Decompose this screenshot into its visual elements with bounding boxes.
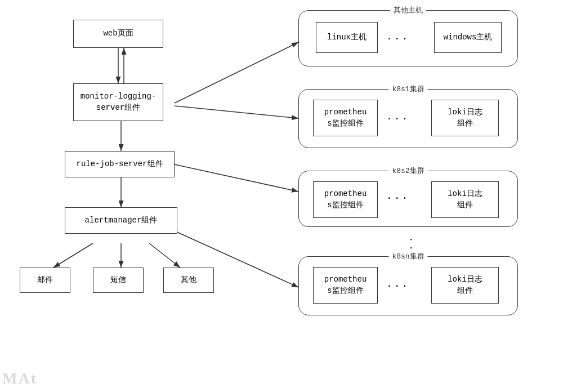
monitor-box: monitor-logging- server组件 — [73, 83, 163, 121]
loki1-box: loki日志 组件 — [431, 100, 499, 136]
other-box: 其他 — [163, 268, 214, 293]
prometheusn-box: prometheu s监控组件 — [313, 267, 378, 304]
rule-box: rule-job-server组件 — [65, 151, 175, 177]
svg-line-6 — [53, 243, 93, 268]
mail-box: 邮件 — [20, 268, 70, 293]
watermark: MAt — [2, 369, 37, 387]
qita-container: 其他主机 linux主机 ··· windows主机 — [298, 10, 518, 66]
k8s2-container: k8s2集群 prometheu s监控组件 ··· loki日志 组件 — [298, 171, 518, 227]
k8sn-container: k8sn集群 prometheu s监控组件 ··· loki日志 组件 — [298, 256, 518, 315]
prometheus1-box: prometheu s监控组件 — [313, 100, 378, 136]
dots-k8s2: ··· — [386, 193, 409, 204]
svg-line-9 — [175, 42, 298, 103]
windows-box: windows主机 — [434, 22, 502, 53]
lokin-box: loki日志 组件 — [431, 267, 499, 304]
web-box: web页面 — [73, 20, 163, 48]
alertmanager-box: alertmanager组件 — [65, 207, 177, 234]
k8sn-label: k8sn集群 — [388, 251, 427, 261]
svg-line-11 — [175, 164, 298, 191]
k8s2-label: k8s2集群 — [388, 166, 427, 176]
svg-line-10 — [175, 106, 298, 118]
diagram-container: web页面 monitor-logging- server组件 rule-job… — [0, 0, 563, 392]
linux-box: linux主机 — [316, 22, 378, 53]
qita-label: 其他主机 — [390, 5, 426, 15]
dots-k8s1: ··· — [386, 113, 409, 124]
prometheus2-box: prometheu s监控组件 — [313, 181, 378, 218]
dots-qita: ··· — [386, 33, 409, 44]
k8s1-container: k8s1集群 prometheu s监控组件 ··· loki日志 组件 — [298, 89, 518, 148]
loki2-box: loki日志 组件 — [431, 181, 499, 218]
svg-line-8 — [149, 243, 180, 268]
sms-box: 短信 — [93, 268, 144, 293]
k8s1-label: k8s1集群 — [388, 84, 427, 94]
dots-k8sn: ··· — [386, 280, 409, 292]
